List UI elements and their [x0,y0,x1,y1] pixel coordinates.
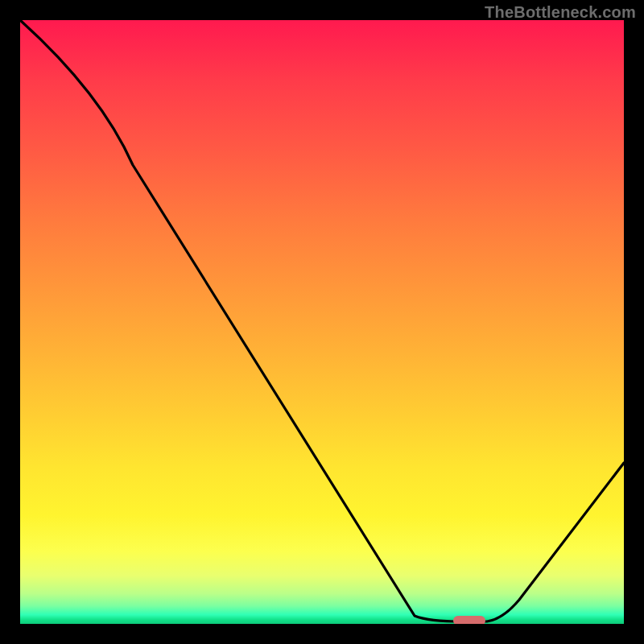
svg-rect-0 [453,616,485,624]
plot-area [20,20,624,624]
bottleneck-curve [20,20,624,624]
chart-frame: TheBottleneck.com [0,0,644,644]
watermark-label: TheBottleneck.com [485,3,636,22]
